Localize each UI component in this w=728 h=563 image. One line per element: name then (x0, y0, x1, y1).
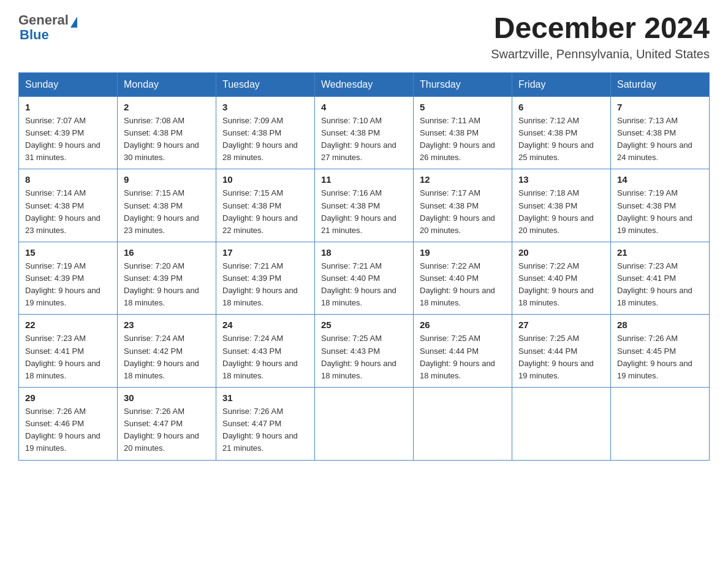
day-info: Sunrise: 7:07 AMSunset: 4:39 PMDaylight:… (25, 115, 111, 164)
location-subtitle: Swartzville, Pennsylvania, United States (491, 47, 710, 61)
calendar-cell (512, 388, 611, 461)
day-info: Sunrise: 7:22 AMSunset: 4:40 PMDaylight:… (518, 260, 604, 310)
day-number: 26 (420, 320, 506, 330)
day-info: Sunrise: 7:25 AMSunset: 4:44 PMDaylight:… (420, 332, 506, 382)
day-number: 19 (420, 247, 506, 258)
day-number: 5 (420, 102, 506, 112)
calendar-cell: 2Sunrise: 7:08 AMSunset: 4:38 PMDaylight… (118, 96, 216, 169)
calendar-cell: 18Sunrise: 7:21 AMSunset: 4:40 PMDayligh… (315, 242, 414, 315)
day-of-week-header-monday: Monday (118, 72, 216, 96)
calendar-week-row: 22Sunrise: 7:23 AMSunset: 4:41 PMDayligh… (19, 315, 710, 388)
day-info: Sunrise: 7:20 AMSunset: 4:39 PMDaylight:… (124, 260, 210, 310)
day-number: 27 (518, 320, 604, 330)
month-title: December 2024 (491, 12, 710, 45)
day-info: Sunrise: 7:25 AMSunset: 4:44 PMDaylight:… (518, 332, 604, 382)
calendar-cell: 22Sunrise: 7:23 AMSunset: 4:41 PMDayligh… (19, 315, 118, 388)
calendar-cell: 6Sunrise: 7:12 AMSunset: 4:38 PMDaylight… (512, 96, 611, 169)
day-info: Sunrise: 7:26 AMSunset: 4:47 PMDaylight:… (222, 405, 308, 455)
calendar-table: SundayMondayTuesdayWednesdayThursdayFrid… (18, 72, 710, 461)
day-info: Sunrise: 7:14 AMSunset: 4:38 PMDaylight:… (25, 187, 111, 237)
day-info: Sunrise: 7:15 AMSunset: 4:38 PMDaylight:… (124, 187, 210, 237)
day-number: 2 (124, 102, 210, 112)
calendar-cell: 29Sunrise: 7:26 AMSunset: 4:46 PMDayligh… (19, 388, 118, 461)
day-of-week-header-wednesday: Wednesday (315, 72, 414, 96)
calendar-cell: 28Sunrise: 7:26 AMSunset: 4:45 PMDayligh… (611, 315, 710, 388)
day-number: 9 (124, 174, 210, 185)
calendar-cell: 30Sunrise: 7:26 AMSunset: 4:47 PMDayligh… (118, 388, 216, 461)
day-info: Sunrise: 7:24 AMSunset: 4:43 PMDaylight:… (222, 332, 308, 382)
day-info: Sunrise: 7:16 AMSunset: 4:38 PMDaylight:… (321, 187, 407, 237)
calendar-week-row: 8Sunrise: 7:14 AMSunset: 4:38 PMDaylight… (19, 169, 710, 242)
day-info: Sunrise: 7:10 AMSunset: 4:38 PMDaylight:… (321, 115, 407, 164)
calendar-cell: 24Sunrise: 7:24 AMSunset: 4:43 PMDayligh… (216, 315, 315, 388)
calendar-cell (611, 388, 710, 461)
calendar-cell: 1Sunrise: 7:07 AMSunset: 4:39 PMDaylight… (19, 96, 118, 169)
day-number: 31 (222, 393, 308, 403)
calendar-cell: 5Sunrise: 7:11 AMSunset: 4:38 PMDaylight… (414, 96, 512, 169)
page-header: General Blue December 2024 Swartzville, … (18, 12, 710, 61)
day-number: 15 (25, 247, 111, 258)
day-number: 12 (420, 174, 506, 185)
day-info: Sunrise: 7:18 AMSunset: 4:38 PMDaylight:… (518, 187, 604, 237)
day-info: Sunrise: 7:26 AMSunset: 4:47 PMDaylight:… (124, 405, 210, 455)
calendar-cell (414, 388, 512, 461)
day-info: Sunrise: 7:23 AMSunset: 4:41 PMDaylight:… (617, 260, 703, 310)
day-number: 6 (518, 102, 604, 112)
day-of-week-header-saturday: Saturday (611, 72, 710, 96)
day-info: Sunrise: 7:26 AMSunset: 4:46 PMDaylight:… (25, 405, 111, 455)
calendar-cell: 3Sunrise: 7:09 AMSunset: 4:38 PMDaylight… (216, 96, 315, 169)
logo-blue-text: Blue (20, 27, 49, 43)
day-info: Sunrise: 7:21 AMSunset: 4:39 PMDaylight:… (222, 260, 308, 310)
calendar-cell: 20Sunrise: 7:22 AMSunset: 4:40 PMDayligh… (512, 242, 611, 315)
day-number: 21 (617, 247, 703, 258)
day-info: Sunrise: 7:15 AMSunset: 4:38 PMDaylight:… (222, 187, 308, 237)
calendar-cell: 25Sunrise: 7:25 AMSunset: 4:43 PMDayligh… (315, 315, 414, 388)
calendar-cell: 9Sunrise: 7:15 AMSunset: 4:38 PMDaylight… (118, 169, 216, 242)
day-info: Sunrise: 7:19 AMSunset: 4:39 PMDaylight:… (25, 260, 111, 310)
day-info: Sunrise: 7:12 AMSunset: 4:38 PMDaylight:… (518, 115, 604, 164)
calendar-week-row: 29Sunrise: 7:26 AMSunset: 4:46 PMDayligh… (19, 388, 710, 461)
calendar-cell: 10Sunrise: 7:15 AMSunset: 4:38 PMDayligh… (216, 169, 315, 242)
calendar-cell: 16Sunrise: 7:20 AMSunset: 4:39 PMDayligh… (118, 242, 216, 315)
day-number: 8 (25, 174, 111, 185)
logo[interactable]: General Blue (18, 12, 77, 43)
day-info: Sunrise: 7:21 AMSunset: 4:40 PMDaylight:… (321, 260, 407, 310)
day-number: 4 (321, 102, 407, 112)
calendar-cell: 17Sunrise: 7:21 AMSunset: 4:39 PMDayligh… (216, 242, 315, 315)
day-info: Sunrise: 7:25 AMSunset: 4:43 PMDaylight:… (321, 332, 407, 382)
day-info: Sunrise: 7:22 AMSunset: 4:40 PMDaylight:… (420, 260, 506, 310)
day-number: 18 (321, 247, 407, 258)
day-info: Sunrise: 7:13 AMSunset: 4:38 PMDaylight:… (617, 115, 703, 164)
day-number: 30 (124, 393, 210, 403)
calendar-body: 1Sunrise: 7:07 AMSunset: 4:39 PMDaylight… (19, 96, 710, 460)
day-number: 3 (222, 102, 308, 112)
day-info: Sunrise: 7:11 AMSunset: 4:38 PMDaylight:… (420, 115, 506, 164)
calendar-cell: 7Sunrise: 7:13 AMSunset: 4:38 PMDaylight… (611, 96, 710, 169)
calendar-cell: 31Sunrise: 7:26 AMSunset: 4:47 PMDayligh… (216, 388, 315, 461)
calendar-cell: 4Sunrise: 7:10 AMSunset: 4:38 PMDaylight… (315, 96, 414, 169)
day-number: 23 (124, 320, 210, 330)
calendar-cell: 13Sunrise: 7:18 AMSunset: 4:38 PMDayligh… (512, 169, 611, 242)
day-info: Sunrise: 7:23 AMSunset: 4:41 PMDaylight:… (25, 332, 111, 382)
calendar-cell: 26Sunrise: 7:25 AMSunset: 4:44 PMDayligh… (414, 315, 512, 388)
calendar-cell: 8Sunrise: 7:14 AMSunset: 4:38 PMDaylight… (19, 169, 118, 242)
calendar-cell: 19Sunrise: 7:22 AMSunset: 4:40 PMDayligh… (414, 242, 512, 315)
day-number: 13 (518, 174, 604, 185)
day-number: 10 (222, 174, 308, 185)
day-number: 17 (222, 247, 308, 258)
calendar-cell: 12Sunrise: 7:17 AMSunset: 4:38 PMDayligh… (414, 169, 512, 242)
day-info: Sunrise: 7:19 AMSunset: 4:38 PMDaylight:… (617, 187, 703, 237)
calendar-header: SundayMondayTuesdayWednesdayThursdayFrid… (19, 72, 710, 96)
day-of-week-header-thursday: Thursday (414, 72, 512, 96)
day-number: 25 (321, 320, 407, 330)
day-of-week-header-sunday: Sunday (19, 72, 118, 96)
calendar-cell: 27Sunrise: 7:25 AMSunset: 4:44 PMDayligh… (512, 315, 611, 388)
day-number: 28 (617, 320, 703, 330)
day-number: 14 (617, 174, 703, 185)
calendar-cell: 11Sunrise: 7:16 AMSunset: 4:38 PMDayligh… (315, 169, 414, 242)
logo-general-text: General (18, 12, 69, 28)
day-number: 1 (25, 102, 111, 112)
day-number: 22 (25, 320, 111, 330)
day-info: Sunrise: 7:08 AMSunset: 4:38 PMDaylight:… (124, 115, 210, 164)
title-area: December 2024 Swartzville, Pennsylvania,… (491, 12, 710, 61)
